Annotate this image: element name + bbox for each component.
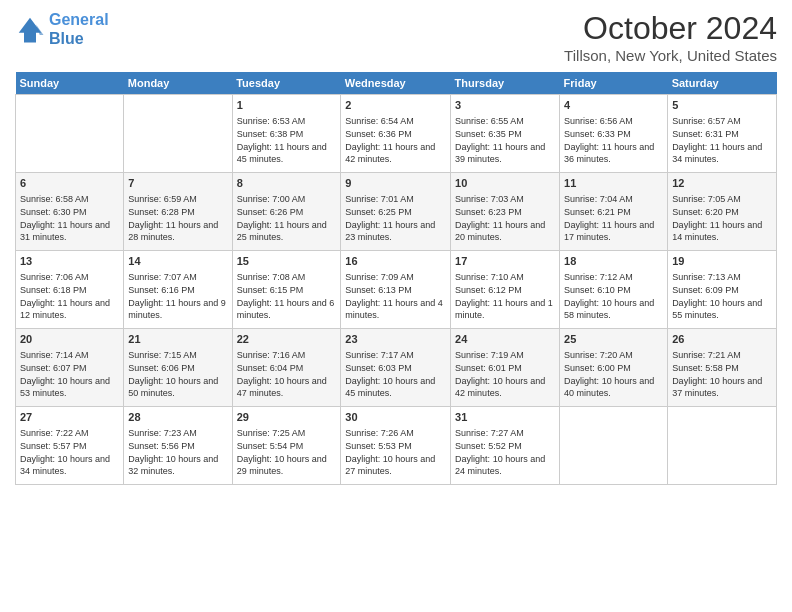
day-info: Sunrise: 7:13 AM Sunset: 6:09 PM Dayligh… xyxy=(672,272,762,320)
day-info: Sunrise: 7:01 AM Sunset: 6:25 PM Dayligh… xyxy=(345,194,435,242)
calendar-cell: 13Sunrise: 7:06 AM Sunset: 6:18 PM Dayli… xyxy=(16,251,124,329)
day-info: Sunrise: 7:12 AM Sunset: 6:10 PM Dayligh… xyxy=(564,272,654,320)
day-info: Sunrise: 7:23 AM Sunset: 5:56 PM Dayligh… xyxy=(128,428,218,476)
day-number: 23 xyxy=(345,332,446,347)
day-info: Sunrise: 7:22 AM Sunset: 5:57 PM Dayligh… xyxy=(20,428,110,476)
calendar-cell: 25Sunrise: 7:20 AM Sunset: 6:00 PM Dayli… xyxy=(560,329,668,407)
calendar-cell: 7Sunrise: 6:59 AM Sunset: 6:28 PM Daylig… xyxy=(124,173,232,251)
day-number: 20 xyxy=(20,332,119,347)
calendar-cell: 22Sunrise: 7:16 AM Sunset: 6:04 PM Dayli… xyxy=(232,329,341,407)
day-number: 8 xyxy=(237,176,337,191)
day-info: Sunrise: 7:21 AM Sunset: 5:58 PM Dayligh… xyxy=(672,350,762,398)
week-row-3: 13Sunrise: 7:06 AM Sunset: 6:18 PM Dayli… xyxy=(16,251,777,329)
day-number: 9 xyxy=(345,176,446,191)
calendar-cell: 10Sunrise: 7:03 AM Sunset: 6:23 PM Dayli… xyxy=(451,173,560,251)
day-number: 18 xyxy=(564,254,663,269)
month-year: October 2024 xyxy=(564,10,777,47)
title-block: October 2024 Tillson, New York, United S… xyxy=(564,10,777,64)
calendar-cell: 9Sunrise: 7:01 AM Sunset: 6:25 PM Daylig… xyxy=(341,173,451,251)
day-info: Sunrise: 7:27 AM Sunset: 5:52 PM Dayligh… xyxy=(455,428,545,476)
week-row-1: 1Sunrise: 6:53 AM Sunset: 6:38 PM Daylig… xyxy=(16,95,777,173)
day-info: Sunrise: 6:59 AM Sunset: 6:28 PM Dayligh… xyxy=(128,194,218,242)
logo-line2: Blue xyxy=(49,30,84,47)
day-number: 4 xyxy=(564,98,663,113)
day-info: Sunrise: 7:19 AM Sunset: 6:01 PM Dayligh… xyxy=(455,350,545,398)
calendar-cell: 2Sunrise: 6:54 AM Sunset: 6:36 PM Daylig… xyxy=(341,95,451,173)
day-header-thursday: Thursday xyxy=(451,72,560,95)
calendar-cell xyxy=(668,407,777,485)
day-info: Sunrise: 7:15 AM Sunset: 6:06 PM Dayligh… xyxy=(128,350,218,398)
day-number: 12 xyxy=(672,176,772,191)
calendar-cell: 16Sunrise: 7:09 AM Sunset: 6:13 PM Dayli… xyxy=(341,251,451,329)
day-info: Sunrise: 6:54 AM Sunset: 6:36 PM Dayligh… xyxy=(345,116,435,164)
day-number: 17 xyxy=(455,254,555,269)
calendar-table: SundayMondayTuesdayWednesdayThursdayFrid… xyxy=(15,72,777,485)
day-info: Sunrise: 7:14 AM Sunset: 6:07 PM Dayligh… xyxy=(20,350,110,398)
calendar-cell: 23Sunrise: 7:17 AM Sunset: 6:03 PM Dayli… xyxy=(341,329,451,407)
day-number: 19 xyxy=(672,254,772,269)
day-number: 6 xyxy=(20,176,119,191)
day-info: Sunrise: 7:09 AM Sunset: 6:13 PM Dayligh… xyxy=(345,272,443,320)
calendar-cell: 26Sunrise: 7:21 AM Sunset: 5:58 PM Dayli… xyxy=(668,329,777,407)
calendar-cell: 5Sunrise: 6:57 AM Sunset: 6:31 PM Daylig… xyxy=(668,95,777,173)
calendar-cell: 1Sunrise: 6:53 AM Sunset: 6:38 PM Daylig… xyxy=(232,95,341,173)
day-header-tuesday: Tuesday xyxy=(232,72,341,95)
day-info: Sunrise: 7:05 AM Sunset: 6:20 PM Dayligh… xyxy=(672,194,762,242)
day-number: 2 xyxy=(345,98,446,113)
day-info: Sunrise: 7:08 AM Sunset: 6:15 PM Dayligh… xyxy=(237,272,335,320)
day-header-wednesday: Wednesday xyxy=(341,72,451,95)
location: Tillson, New York, United States xyxy=(564,47,777,64)
header: General Blue October 2024 Tillson, New Y… xyxy=(15,10,777,64)
calendar-cell xyxy=(16,95,124,173)
day-number: 27 xyxy=(20,410,119,425)
logo: General Blue xyxy=(15,10,109,48)
day-number: 5 xyxy=(672,98,772,113)
day-number: 3 xyxy=(455,98,555,113)
week-row-5: 27Sunrise: 7:22 AM Sunset: 5:57 PM Dayli… xyxy=(16,407,777,485)
day-header-saturday: Saturday xyxy=(668,72,777,95)
day-number: 26 xyxy=(672,332,772,347)
day-number: 16 xyxy=(345,254,446,269)
day-info: Sunrise: 7:26 AM Sunset: 5:53 PM Dayligh… xyxy=(345,428,435,476)
day-info: Sunrise: 6:55 AM Sunset: 6:35 PM Dayligh… xyxy=(455,116,545,164)
calendar-cell: 17Sunrise: 7:10 AM Sunset: 6:12 PM Dayli… xyxy=(451,251,560,329)
calendar-cell: 3Sunrise: 6:55 AM Sunset: 6:35 PM Daylig… xyxy=(451,95,560,173)
day-header-monday: Monday xyxy=(124,72,232,95)
page: General Blue October 2024 Tillson, New Y… xyxy=(0,0,792,612)
week-row-2: 6Sunrise: 6:58 AM Sunset: 6:30 PM Daylig… xyxy=(16,173,777,251)
day-number: 14 xyxy=(128,254,227,269)
calendar-cell: 8Sunrise: 7:00 AM Sunset: 6:26 PM Daylig… xyxy=(232,173,341,251)
day-info: Sunrise: 6:53 AM Sunset: 6:38 PM Dayligh… xyxy=(237,116,327,164)
day-number: 1 xyxy=(237,98,337,113)
week-row-4: 20Sunrise: 7:14 AM Sunset: 6:07 PM Dayli… xyxy=(16,329,777,407)
day-info: Sunrise: 6:58 AM Sunset: 6:30 PM Dayligh… xyxy=(20,194,110,242)
day-info: Sunrise: 7:17 AM Sunset: 6:03 PM Dayligh… xyxy=(345,350,435,398)
svg-marker-0 xyxy=(19,18,42,43)
day-header-sunday: Sunday xyxy=(16,72,124,95)
calendar-cell: 27Sunrise: 7:22 AM Sunset: 5:57 PM Dayli… xyxy=(16,407,124,485)
calendar-cell: 4Sunrise: 6:56 AM Sunset: 6:33 PM Daylig… xyxy=(560,95,668,173)
calendar-cell: 24Sunrise: 7:19 AM Sunset: 6:01 PM Dayli… xyxy=(451,329,560,407)
day-number: 11 xyxy=(564,176,663,191)
day-info: Sunrise: 7:16 AM Sunset: 6:04 PM Dayligh… xyxy=(237,350,327,398)
day-number: 21 xyxy=(128,332,227,347)
calendar-cell: 31Sunrise: 7:27 AM Sunset: 5:52 PM Dayli… xyxy=(451,407,560,485)
day-info: Sunrise: 7:25 AM Sunset: 5:54 PM Dayligh… xyxy=(237,428,327,476)
calendar-cell xyxy=(124,95,232,173)
calendar-cell: 11Sunrise: 7:04 AM Sunset: 6:21 PM Dayli… xyxy=(560,173,668,251)
day-number: 31 xyxy=(455,410,555,425)
day-number: 29 xyxy=(237,410,337,425)
calendar-cell xyxy=(560,407,668,485)
day-number: 30 xyxy=(345,410,446,425)
header-row: SundayMondayTuesdayWednesdayThursdayFrid… xyxy=(16,72,777,95)
calendar-cell: 30Sunrise: 7:26 AM Sunset: 5:53 PM Dayli… xyxy=(341,407,451,485)
day-info: Sunrise: 6:57 AM Sunset: 6:31 PM Dayligh… xyxy=(672,116,762,164)
day-info: Sunrise: 6:56 AM Sunset: 6:33 PM Dayligh… xyxy=(564,116,654,164)
calendar-cell: 20Sunrise: 7:14 AM Sunset: 6:07 PM Dayli… xyxy=(16,329,124,407)
logo-icon xyxy=(15,14,45,44)
day-info: Sunrise: 7:06 AM Sunset: 6:18 PM Dayligh… xyxy=(20,272,110,320)
calendar-cell: 14Sunrise: 7:07 AM Sunset: 6:16 PM Dayli… xyxy=(124,251,232,329)
calendar-cell: 15Sunrise: 7:08 AM Sunset: 6:15 PM Dayli… xyxy=(232,251,341,329)
day-info: Sunrise: 7:03 AM Sunset: 6:23 PM Dayligh… xyxy=(455,194,545,242)
day-info: Sunrise: 7:07 AM Sunset: 6:16 PM Dayligh… xyxy=(128,272,226,320)
